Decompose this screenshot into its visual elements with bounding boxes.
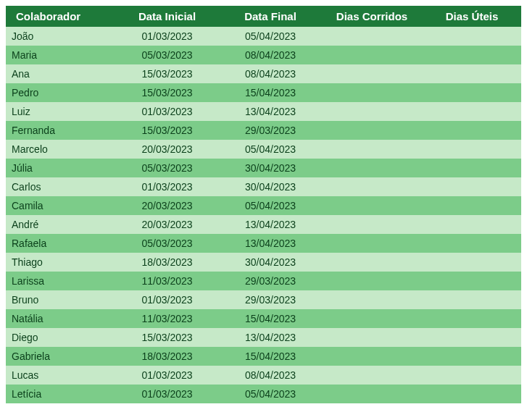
- cell-colaborador: Rafaela: [6, 234, 115, 253]
- cell-data-inicial: 05/03/2023: [115, 46, 220, 64]
- table-row: João01/03/202305/04/2023: [6, 27, 521, 46]
- cell-data-inicial: 01/03/2023: [115, 366, 220, 385]
- header-colaborador: Colaborador: [6, 6, 115, 27]
- cell-dias-uteis: [423, 272, 521, 290]
- cell-colaborador: João: [6, 27, 115, 46]
- cell-data-final: 29/03/2023: [220, 290, 321, 309]
- cell-colaborador: Natália: [6, 309, 115, 328]
- table-row: Diego15/03/202313/04/2023: [6, 328, 521, 347]
- cell-data-final: 05/04/2023: [220, 27, 321, 46]
- table-row: Ana15/03/202308/04/2023: [6, 64, 521, 83]
- cell-dias-corridos: [321, 385, 423, 403]
- cell-dias-corridos: [321, 290, 423, 309]
- cell-data-final: 15/04/2023: [220, 309, 321, 328]
- cell-dias-uteis: [423, 234, 521, 253]
- cell-dias-corridos: [321, 272, 423, 290]
- cell-colaborador: Carlos: [6, 177, 115, 196]
- cell-data-inicial: 20/03/2023: [115, 215, 220, 234]
- table-row: Thiago18/03/202330/04/2023: [6, 253, 521, 272]
- table-row: Larissa11/03/202329/03/2023: [6, 272, 521, 290]
- cell-data-inicial: 15/03/2023: [115, 64, 220, 83]
- cell-colaborador: Bruno: [6, 290, 115, 309]
- cell-data-inicial: 15/03/2023: [115, 328, 220, 347]
- cell-data-final: 13/04/2023: [220, 328, 321, 347]
- table-row: Gabriela18/03/202315/04/2023: [6, 347, 521, 366]
- cell-dias-corridos: [321, 121, 423, 140]
- cell-data-inicial: 11/03/2023: [115, 309, 220, 328]
- cell-dias-uteis: [423, 83, 521, 102]
- cell-colaborador: Ana: [6, 64, 115, 83]
- cell-data-final: 05/04/2023: [220, 385, 321, 403]
- table-row: André20/03/202313/04/2023: [6, 215, 521, 234]
- table-row: Letícia01/03/202305/04/2023: [6, 385, 521, 403]
- cell-colaborador: Letícia: [6, 385, 115, 403]
- cell-dias-corridos: [321, 83, 423, 102]
- cell-dias-corridos: [321, 159, 423, 177]
- table-row: Rafaela05/03/202313/04/2023: [6, 234, 521, 253]
- cell-colaborador: Larissa: [6, 272, 115, 290]
- table-row: Maria05/03/202308/04/2023: [6, 46, 521, 64]
- cell-dias-corridos: [321, 347, 423, 366]
- cell-colaborador: Luiz: [6, 102, 115, 121]
- cell-data-final: 13/04/2023: [220, 234, 321, 253]
- cell-data-inicial: 20/03/2023: [115, 196, 220, 215]
- cell-dias-corridos: [321, 328, 423, 347]
- cell-colaborador: Camila: [6, 196, 115, 215]
- cell-dias-uteis: [423, 64, 521, 83]
- cell-dias-corridos: [321, 253, 423, 272]
- cell-data-final: 30/04/2023: [220, 253, 321, 272]
- cell-dias-uteis: [423, 27, 521, 46]
- cell-data-inicial: 01/03/2023: [115, 385, 220, 403]
- cell-dias-uteis: [423, 140, 521, 159]
- cell-data-inicial: 11/03/2023: [115, 272, 220, 290]
- cell-data-inicial: 15/03/2023: [115, 83, 220, 102]
- cell-dias-uteis: [423, 102, 521, 121]
- cell-dias-corridos: [321, 309, 423, 328]
- cell-data-inicial: 01/03/2023: [115, 290, 220, 309]
- table-row: Júlia05/03/202330/04/2023: [6, 159, 521, 177]
- table-row: Pedro15/03/202315/04/2023: [6, 83, 521, 102]
- cell-dias-uteis: [423, 290, 521, 309]
- table-row: Lucas01/03/202308/04/2023: [6, 366, 521, 385]
- cell-data-final: 05/04/2023: [220, 196, 321, 215]
- cell-colaborador: Pedro: [6, 83, 115, 102]
- cell-dias-corridos: [321, 140, 423, 159]
- table-row: Marcelo20/03/202305/04/2023: [6, 140, 521, 159]
- cell-dias-uteis: [423, 215, 521, 234]
- header-dias-uteis: Dias Úteis: [423, 6, 521, 27]
- header-data-inicial: Data Inicial: [115, 6, 220, 27]
- cell-data-final: 30/04/2023: [220, 177, 321, 196]
- cell-dias-corridos: [321, 102, 423, 121]
- cell-data-final: 08/04/2023: [220, 64, 321, 83]
- table-row: Fernanda15/03/202329/03/2023: [6, 121, 521, 140]
- cell-data-final: 13/04/2023: [220, 102, 321, 121]
- cell-data-inicial: 05/03/2023: [115, 234, 220, 253]
- header-row: Colaborador Data Inicial Data Final Dias…: [6, 6, 521, 27]
- table-row: Natália11/03/202315/04/2023: [6, 309, 521, 328]
- cell-data-final: 13/04/2023: [220, 215, 321, 234]
- header-data-final: Data Final: [220, 6, 321, 27]
- cell-colaborador: André: [6, 215, 115, 234]
- cell-dias-uteis: [423, 328, 521, 347]
- table-row: Carlos01/03/202330/04/2023: [6, 177, 521, 196]
- cell-data-inicial: 01/03/2023: [115, 27, 220, 46]
- cell-data-final: 08/04/2023: [220, 366, 321, 385]
- cell-colaborador: Fernanda: [6, 121, 115, 140]
- cell-data-final: 05/04/2023: [220, 140, 321, 159]
- cell-data-inicial: 01/03/2023: [115, 177, 220, 196]
- cell-data-inicial: 01/03/2023: [115, 102, 220, 121]
- table-row: Camila20/03/202305/04/2023: [6, 196, 521, 215]
- cell-dias-uteis: [423, 253, 521, 272]
- cell-dias-corridos: [321, 64, 423, 83]
- cell-dias-uteis: [423, 366, 521, 385]
- cell-colaborador: Thiago: [6, 253, 115, 272]
- cell-dias-uteis: [423, 46, 521, 64]
- cell-data-final: 29/03/2023: [220, 121, 321, 140]
- cell-dias-uteis: [423, 121, 521, 140]
- cell-colaborador: Júlia: [6, 159, 115, 177]
- header-dias-corridos: Dias Corridos: [321, 6, 423, 27]
- cell-data-inicial: 18/03/2023: [115, 253, 220, 272]
- cell-data-final: 15/04/2023: [220, 347, 321, 366]
- data-table: Colaborador Data Inicial Data Final Dias…: [6, 6, 521, 403]
- cell-dias-uteis: [423, 347, 521, 366]
